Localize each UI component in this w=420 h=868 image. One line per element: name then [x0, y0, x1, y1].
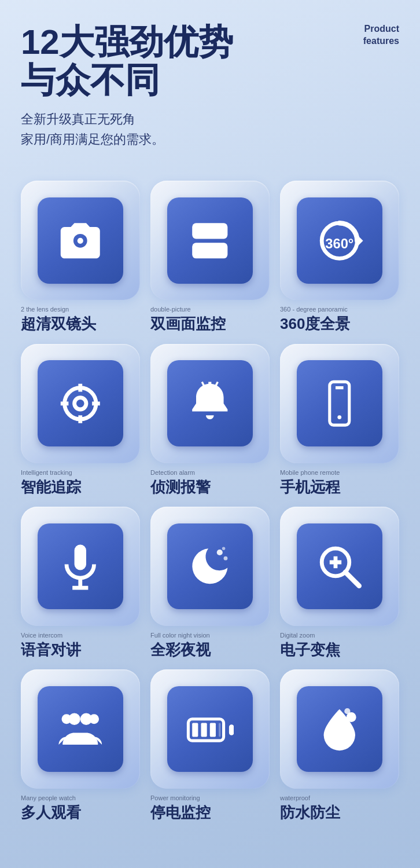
feature-en-dual-lens: 2 the lens design: [21, 306, 69, 313]
feature-en-mobile: Mobile phone remote: [280, 469, 340, 476]
icon-card-alarm: [150, 344, 270, 463]
feature-en-nightvision: Full color night vision: [150, 632, 210, 639]
feature-en-panoramic: 360 - degree panoramic: [280, 306, 348, 313]
icon-inner-dual-lens: [38, 197, 123, 283]
feature-en-tracking: Intelligent tracking: [21, 469, 72, 476]
feature-item-nightvision: Full color night vision 全彩夜视: [150, 507, 270, 659]
product-features-label: Product features: [363, 23, 399, 47]
feature-en-double-picture: double-picture: [150, 306, 191, 313]
svg-rect-3: [192, 243, 227, 258]
feature-item-panoramic: 360° 360 - degree panoramic 360度全景: [280, 181, 399, 333]
icon-inner-power: [167, 686, 253, 772]
feature-cn-power: 停电监控: [150, 804, 211, 822]
svg-point-24: [224, 556, 228, 561]
svg-point-41: [344, 708, 350, 714]
svg-rect-2: [192, 223, 227, 239]
icon-inner-mobile: [297, 360, 382, 446]
main-title: 12大强劲优势与众不同: [21, 23, 399, 100]
svg-line-27: [345, 572, 359, 586]
svg-point-23: [217, 550, 223, 555]
icon-card-dual-lens: [21, 181, 140, 300]
feature-en-waterproof: waterproof: [280, 794, 310, 801]
feature-item-tracking: Intelligent tracking 智能追踪: [21, 344, 140, 496]
feature-cn-dual-lens: 超清双镜头: [21, 315, 96, 333]
icon-inner-panoramic: 360°: [297, 197, 382, 283]
icon-inner-voice: [38, 523, 123, 609]
feature-en-zoom: Digital zoom: [280, 632, 315, 639]
svg-point-32: [62, 714, 72, 724]
feature-item-dual-lens: 2 the lens design 超清双镜头: [21, 181, 140, 333]
features-grid: 2 the lens design 超清双镜头 double-picture 双…: [21, 181, 399, 822]
header-section: Product features 12大强劲优势与众不同 全新升级真正无死角 家…: [21, 23, 399, 149]
svg-rect-38: [210, 723, 216, 737]
svg-point-19: [338, 415, 342, 419]
svg-rect-36: [192, 723, 198, 737]
icon-card-panoramic: 360°: [280, 181, 399, 300]
icon-card-power: [150, 669, 270, 789]
svg-marker-5: [358, 235, 363, 246]
svg-point-1: [89, 230, 95, 236]
icon-inner-zoom: [297, 523, 382, 609]
svg-rect-20: [75, 544, 86, 570]
icon-card-voice: [21, 507, 140, 626]
icon-inner-tracking: [38, 360, 123, 446]
feature-item-double-picture: double-picture 双画面监控: [150, 181, 270, 333]
feature-item-mobile: Mobile phone remote 手机远程: [280, 344, 399, 496]
icon-inner-multiwatch: [38, 686, 123, 772]
svg-line-15: [202, 382, 204, 386]
page-container: Product features 12大强劲优势与众不同 全新升级真正无死角 家…: [21, 23, 399, 839]
feature-cn-zoom: 电子变焦: [280, 641, 340, 659]
feature-cn-alarm: 侦测报警: [150, 478, 211, 496]
svg-point-33: [89, 714, 99, 724]
feature-en-power: Power monitoring: [150, 794, 200, 801]
icon-card-zoom: [280, 507, 399, 626]
svg-text:360°: 360°: [325, 236, 353, 251]
svg-point-14: [206, 384, 214, 392]
feature-en-multiwatch: Many people watch: [21, 794, 76, 801]
feature-cn-mobile: 手机远程: [280, 478, 340, 496]
feature-en-voice: Voice intercom: [21, 632, 62, 639]
feature-item-zoom: Digital zoom 电子变焦: [280, 507, 399, 659]
icon-card-nightvision: [150, 507, 270, 626]
icon-inner-nightvision: [167, 523, 253, 609]
feature-item-voice: Voice intercom 语音对讲: [21, 507, 140, 659]
feature-item-waterproof: waterproof 防水防尘: [280, 669, 399, 822]
icon-card-waterproof: [280, 669, 399, 789]
icon-card-tracking: [21, 344, 140, 463]
icon-card-mobile: [280, 344, 399, 463]
feature-cn-waterproof: 防水防尘: [280, 804, 340, 822]
feature-cn-panoramic: 360度全景: [280, 315, 350, 333]
svg-rect-39: [219, 723, 220, 737]
feature-cn-double-picture: 双画面监控: [150, 315, 226, 333]
svg-point-0: [66, 230, 72, 236]
feature-cn-nightvision: 全彩夜视: [150, 641, 211, 659]
icon-card-double-picture: [150, 181, 270, 300]
feature-item-multiwatch: Many people watch 多人观看: [21, 669, 140, 822]
svg-rect-37: [201, 723, 207, 737]
icon-inner-alarm: [167, 360, 253, 446]
feature-cn-multiwatch: 多人观看: [21, 804, 81, 822]
feature-cn-tracking: 智能追踪: [21, 478, 81, 496]
feature-en-alarm: Detection alarm: [150, 469, 195, 476]
feature-item-power: Power monitoring 停电监控: [150, 669, 270, 822]
svg-line-16: [216, 382, 218, 386]
feature-cn-voice: 语音对讲: [21, 641, 81, 659]
icon-inner-waterproof: [297, 686, 382, 772]
svg-point-8: [75, 397, 86, 409]
svg-point-25: [222, 547, 225, 550]
icon-inner-double-picture: [167, 197, 253, 283]
feature-item-alarm: Detection alarm 侦测报警: [150, 344, 270, 496]
subtitle: 全新升级真正无死角 家用/商用满足您的需求。: [21, 109, 399, 149]
icon-card-multiwatch: [21, 669, 140, 789]
svg-point-7: [65, 387, 96, 419]
